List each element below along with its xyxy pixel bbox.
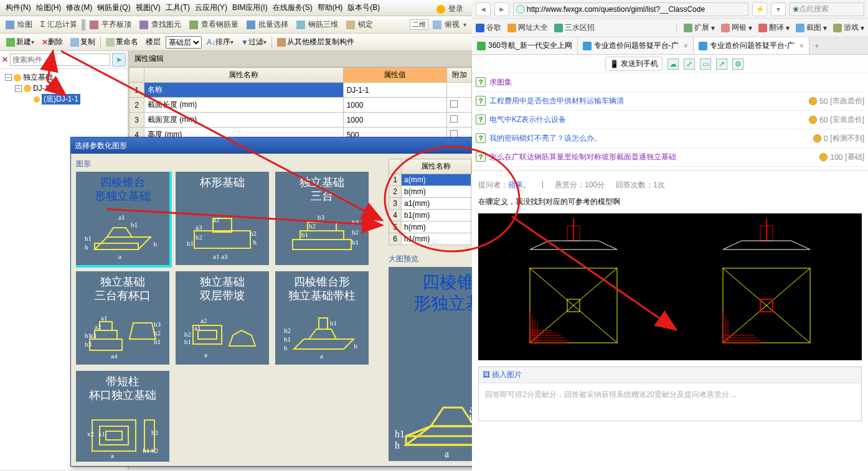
qa-item[interactable]: ? 电气中KZ表示什么设备 60 [安装造价] [476, 111, 864, 129]
tree-item-selected[interactable]: (底)DJ-1-1 [1, 93, 126, 105]
back-button[interactable]: ◄ [476, 2, 491, 16]
new-button[interactable]: 新建 [4, 35, 37, 49]
browser-tab[interactable]: 专业造价问题答疑平台-广× [578, 37, 694, 54]
rename-button[interactable]: 重命名 [103, 35, 141, 49]
ext-button[interactable]: 扩展 ▾ [684, 22, 715, 33]
dropdown-button[interactable]: ▾ [771, 2, 786, 16]
expand-icon[interactable]: ⤢ [684, 58, 695, 70]
close-tab-icon[interactable]: × [684, 42, 688, 50]
batch-select-button[interactable]: 批量选择 [245, 19, 292, 30]
shape-option-selected[interactable]: 四棱锥台形独立基础 h1 h a b a1 [76, 172, 169, 265]
collapse-icon[interactable]: − [15, 85, 22, 92]
checkbox[interactable] [450, 100, 458, 108]
menu-item[interactable]: 修改(M) [64, 1, 94, 14]
view-mode-combo[interactable]: 二维 [410, 19, 428, 30]
search-input[interactable] [10, 54, 110, 66]
qa-link[interactable]: 电气中KZ表示什么设备 [489, 114, 566, 125]
filter-button[interactable]: ▼过滤 [238, 35, 269, 49]
dialog-titlebar[interactable]: 选择参数化图形 ✕ [71, 138, 531, 154]
menu-item[interactable]: 云应用(Y) [193, 1, 229, 14]
shape-option[interactable]: 带短柱杯口独立基础 x2 x1 a h3 [76, 371, 169, 462]
table-row[interactable]: 1 名称 DJ-1-1 [130, 83, 472, 98]
shape-option[interactable]: 独立基础双层带坡 a2 a1 b2 b1 a [176, 271, 269, 365]
menu-item[interactable]: 钢筋量(Q) [95, 1, 132, 14]
view-rebar-button[interactable]: 查看钢筋量 [187, 19, 242, 30]
menu-item[interactable]: 帮助(H) [316, 1, 345, 14]
globe-icon [516, 5, 525, 14]
lock-button[interactable]: 锁定 [344, 19, 377, 30]
snip-button[interactable]: 截图 ▾ [796, 22, 827, 33]
menu-item[interactable]: 版本号(B) [346, 1, 382, 14]
menu-item[interactable]: 绘图(H) [34, 1, 64, 14]
table-row[interactable]: 3 截面宽度 (mm)1000 [130, 113, 472, 128]
copy-from-floor-button[interactable]: 从其他楼层复制构件 [275, 35, 357, 49]
fav-item[interactable]: 三水区招 [554, 22, 595, 33]
coin-icon [819, 153, 828, 161]
gear-icon[interactable]: ⚙ [732, 58, 743, 70]
menubar[interactable]: 构件(N) 绘图(H) 修改(M) 钢筋量(Q) 视图(V) 工具(T) 云应用… [0, 0, 472, 16]
qa-link[interactable]: 求图集 [489, 77, 512, 88]
forward-button[interactable]: ► [494, 2, 509, 16]
game-button[interactable]: 游戏 ▾ [833, 22, 864, 33]
component-tree[interactable]: − 独立基础 − DJ-1 (底)DJ-1-1 [0, 69, 128, 108]
fav-item[interactable]: 网址大全 [507, 22, 548, 33]
close-tab-icon[interactable]: × [800, 42, 804, 50]
qa-item[interactable]: ? 工程费用中是否包含甲供材料运输车辆清 50 [市政造价] [476, 92, 864, 111]
qa-link[interactable]: 工程费用中是否包含甲供材料运输车辆清 [489, 96, 624, 106]
cloud-icon[interactable]: ☁ [668, 58, 679, 70]
browser-tab[interactable]: 360导航_新一代安全上网 [472, 37, 578, 54]
top-view-button[interactable]: 俯视 [431, 19, 468, 30]
shape-option[interactable]: 独立基础三台有杯口 a1 a2 a3 b1 [76, 271, 169, 365]
share-icon[interactable]: ↗ [716, 58, 727, 70]
shape-option[interactable]: 四棱锥台形独立基础带柱 h2 h1 h a b [275, 271, 369, 365]
insert-image-button[interactable]: 🖼 插入图片 [479, 367, 861, 383]
bookmark-icon[interactable]: ▭ [700, 58, 711, 70]
qa-link[interactable]: 怎么在广联达钢筋算量里绘制对称坡形截面普通独立基础 [489, 152, 676, 162]
menu-item[interactable]: 视图(V) [134, 1, 163, 14]
search-box[interactable]: ❀ 点此搜索 [790, 2, 864, 16]
qa-item[interactable]: ? 我的密码锁灯不亮了？该怎么办。 0 [检测不到] [476, 129, 864, 148]
tree-item[interactable]: − DJ-1 [1, 83, 126, 93]
url-field[interactable]: http://www.fwxgx.com/question/giml/list?… [513, 2, 748, 16]
qa-item[interactable]: ? 求图集 [476, 73, 864, 92]
menu-item[interactable]: 在线服务(S) [271, 1, 314, 14]
puzzle-icon [684, 24, 692, 32]
translate-button[interactable]: 翻译 ▾ [758, 22, 790, 33]
close-icon[interactable]: ✕ [2, 55, 8, 64]
shape-option[interactable]: 杯形基础 a2 a3 b2 h1 a1 a3 h2 h [176, 172, 269, 265]
fav-item[interactable]: 谷歌 [476, 22, 501, 33]
qa-link[interactable]: 我的密码锁灯不亮了？该怎么办。 [489, 133, 601, 144]
delete-button[interactable]: ✕删除 [39, 35, 65, 49]
sum-button[interactable]: Σ 汇总计算 [39, 19, 79, 30]
menu-item[interactable]: BIM应用(I) [230, 1, 270, 14]
rebar3d-button[interactable]: 钢筋三维 [295, 19, 342, 30]
search-go-button[interactable]: ➤ [112, 53, 126, 67]
table-row[interactable]: 2 截面长度 (mm)1000 [130, 98, 472, 113]
send-to-phone-button[interactable]: 📱发送到手机 [605, 57, 663, 71]
sort-button[interactable]: A↓排序 [204, 35, 236, 49]
menu-item[interactable]: 工具(T) [164, 1, 192, 14]
dialog-title: 选择参数化图形 [75, 141, 127, 151]
browser-window: ◄ ► http://www.fwxgx.com/question/giml/l… [472, 0, 868, 471]
bank-button[interactable]: 网银 ▾ [721, 22, 752, 33]
coin-icon [809, 97, 817, 105]
collapse-icon[interactable]: − [5, 74, 12, 81]
new-tab-button[interactable]: + [809, 37, 824, 54]
qa-item[interactable]: ? 怎么在广联达钢筋算量里绘制对称坡形截面普通独立基础 100 [基础] [476, 148, 864, 167]
copy-button[interactable]: 复制 [68, 35, 98, 49]
shape-option[interactable]: 独立基础三台 b3 b2 b1 h3 h2 [275, 172, 369, 265]
login-button[interactable]: 登录 [435, 2, 467, 16]
checkbox[interactable] [450, 115, 458, 123]
svg-marker-16 [309, 329, 336, 339]
menu-item[interactable]: 构件(N) [4, 1, 33, 14]
tree-root[interactable]: − 独立基础 [1, 72, 126, 83]
translate-icon [758, 24, 767, 32]
find-button[interactable]: 查找图元 [138, 19, 185, 30]
compat-button[interactable]: ⚡ [752, 2, 767, 16]
layer-select[interactable]: 基础层 [166, 36, 202, 49]
answer-textarea[interactable]: 回答即可得2分贡献分，回答被采纳获得系统赠送20贡献分及提问者悬赏分… [479, 383, 861, 421]
browser-tab-active[interactable]: 专业造价问题答疑平台-广× [694, 37, 809, 54]
align-top-button[interactable]: 平齐板顶 [88, 19, 135, 30]
draw-button[interactable]: 绘图 [4, 19, 36, 30]
floor-button[interactable]: 楼层 [143, 35, 163, 49]
